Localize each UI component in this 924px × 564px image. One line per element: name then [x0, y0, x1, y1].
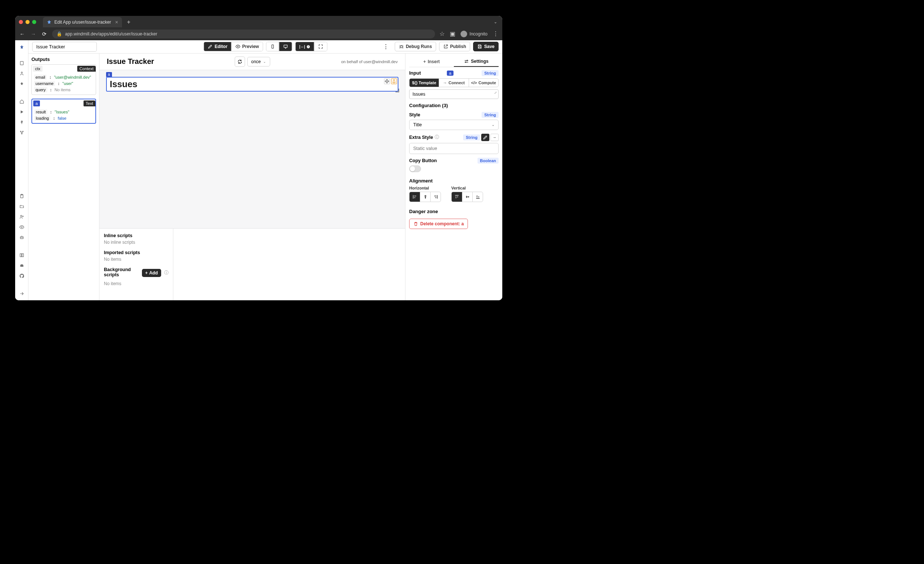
- mobile-viewport-button[interactable]: [267, 42, 279, 51]
- imported-scripts-header: Imported scripts: [104, 250, 168, 255]
- info-icon[interactable]: ⓘ: [164, 269, 168, 276]
- rail-star-icon[interactable]: [18, 80, 26, 88]
- publish-button[interactable]: Publish: [439, 42, 470, 51]
- inline-scripts-header: Inline scripts: [104, 233, 168, 238]
- style-select[interactable]: Title ⌄: [409, 120, 499, 130]
- windmill-logo-icon[interactable]: [18, 43, 26, 51]
- browser-tab[interactable]: Edit App u/user/issue-tracker ×: [43, 17, 122, 27]
- app-name-input[interactable]: [32, 42, 97, 52]
- alignment-header: Alignment: [409, 178, 433, 184]
- move-icon: [384, 79, 390, 84]
- plus-icon: +: [145, 270, 148, 275]
- rail-collapse-icon[interactable]: [18, 290, 26, 297]
- anchor-handle[interactable]: [391, 78, 397, 84]
- background-scripts-header: Background scripts: [104, 267, 139, 277]
- maximize-window-icon[interactable]: [32, 20, 36, 24]
- editor-button[interactable]: Editor: [204, 42, 231, 51]
- selected-component-output-box[interactable]: a Text result : "Issues" loading : false: [32, 99, 96, 124]
- save-icon: [477, 44, 482, 49]
- svg-point-4: [21, 133, 22, 134]
- more-menu-button[interactable]: ⋮: [380, 42, 392, 52]
- rail-home-icon[interactable]: [18, 98, 26, 105]
- close-window-icon[interactable]: [19, 20, 23, 24]
- rail-workers-icon[interactable]: [18, 129, 26, 136]
- connect-button[interactable]: →: [490, 134, 499, 141]
- rail-clipboard-icon[interactable]: [18, 192, 26, 200]
- align-left-button[interactable]: [410, 192, 420, 202]
- template-mode-button[interactable]: ${} Template: [410, 79, 439, 87]
- anchor-icon: [392, 79, 397, 84]
- browser-menu-icon[interactable]: ⋮: [493, 30, 499, 37]
- connect-mode-button[interactable]: →Connect: [439, 79, 468, 87]
- save-button[interactable]: Save: [473, 42, 499, 51]
- align-middle-icon: [465, 194, 470, 199]
- svg-point-12: [22, 238, 22, 238]
- debug-runs-button[interactable]: Debug Runs: [395, 42, 436, 51]
- rail-folder-icon[interactable]: [18, 203, 26, 210]
- info-icon[interactable]: ⓘ: [435, 134, 439, 141]
- rail-dollar-icon[interactable]: [18, 118, 26, 126]
- rail-team-icon[interactable]: [18, 213, 26, 220]
- reload-button[interactable]: ⟳: [41, 31, 48, 37]
- expand-icon[interactable]: ⤢: [494, 91, 497, 94]
- desktop-viewport-button[interactable]: [279, 42, 292, 51]
- refresh-mode-select[interactable]: once ⌄: [247, 57, 270, 66]
- align-bottom-button[interactable]: [472, 192, 483, 202]
- extensions-icon[interactable]: ▣: [450, 30, 455, 37]
- align-middle-button[interactable]: [462, 192, 472, 202]
- align-center-button[interactable]: [420, 192, 430, 202]
- copy-button-toggle[interactable]: [409, 166, 421, 172]
- minimize-window-icon[interactable]: [26, 20, 30, 24]
- compute-mode-button[interactable]: </>Compute: [469, 79, 498, 87]
- incognito-indicator: Incognito: [460, 31, 488, 37]
- ctx-row: email : "user@windmill.dev": [34, 74, 93, 81]
- delete-component-button[interactable]: Delete component: a: [409, 218, 468, 229]
- layout-tools: |↔|i: [295, 42, 327, 51]
- bookmark-icon[interactable]: ☆: [440, 30, 445, 37]
- component-id-chip: a: [447, 70, 453, 76]
- code-icon: </>: [471, 81, 477, 85]
- width-button[interactable]: |↔|i: [296, 42, 314, 51]
- close-tab-icon[interactable]: ×: [115, 19, 118, 25]
- component-id-chip: a: [33, 100, 40, 106]
- rail-user-icon[interactable]: [18, 70, 26, 77]
- component-id-label: a: [106, 72, 112, 77]
- window-controls[interactable]: [19, 20, 40, 24]
- rail-play-icon[interactable]: [18, 108, 26, 115]
- rail-discord-icon[interactable]: [18, 262, 26, 269]
- rail-bot-icon[interactable]: [18, 234, 26, 241]
- rail-page-icon[interactable]: [18, 60, 26, 67]
- browser-chrome: Edit App u/user/issue-tracker × + ⌄ ← → …: [15, 16, 502, 40]
- canvas[interactable]: a Issues: [99, 70, 405, 228]
- forward-button[interactable]: →: [30, 31, 37, 37]
- new-tab-button[interactable]: +: [125, 19, 133, 25]
- align-top-button[interactable]: [452, 192, 462, 202]
- settings-tab[interactable]: Settings: [454, 57, 499, 67]
- component-type-tag: Text: [84, 100, 95, 106]
- extra-style-input[interactable]: [409, 143, 499, 154]
- rail-eye-icon[interactable]: [18, 223, 26, 231]
- refresh-button[interactable]: [234, 57, 244, 67]
- svg-rect-0: [20, 61, 23, 64]
- address-bar[interactable]: 🔒 app.windmill.dev/apps/edit/u/user/issu…: [52, 30, 435, 39]
- svg-rect-14: [272, 45, 273, 48]
- insert-tab[interactable]: + Insert: [409, 57, 454, 67]
- tabs-menu-icon[interactable]: ⌄: [494, 19, 499, 24]
- edit-button[interactable]: [481, 134, 489, 141]
- mobile-icon: [270, 44, 275, 49]
- preview-button[interactable]: Preview: [231, 42, 262, 51]
- fullscreen-button[interactable]: [314, 42, 327, 51]
- resize-handle[interactable]: [396, 89, 399, 92]
- back-button[interactable]: ←: [19, 31, 26, 37]
- selected-text-component[interactable]: a Issues: [106, 77, 398, 91]
- align-center-icon: [423, 194, 428, 199]
- add-background-script-button[interactable]: + Add: [142, 269, 161, 277]
- rail-github-icon[interactable]: [18, 272, 26, 280]
- align-right-button[interactable]: [430, 192, 441, 202]
- rail-book-icon[interactable]: [18, 251, 26, 259]
- svg-point-21: [465, 62, 466, 63]
- move-handle[interactable]: [384, 78, 390, 84]
- template-input[interactable]: Issues ⤢: [409, 90, 499, 99]
- context-box[interactable]: ctx Context email : "user@windmill.dev" …: [32, 64, 96, 95]
- output-row: loading : false: [34, 115, 93, 121]
